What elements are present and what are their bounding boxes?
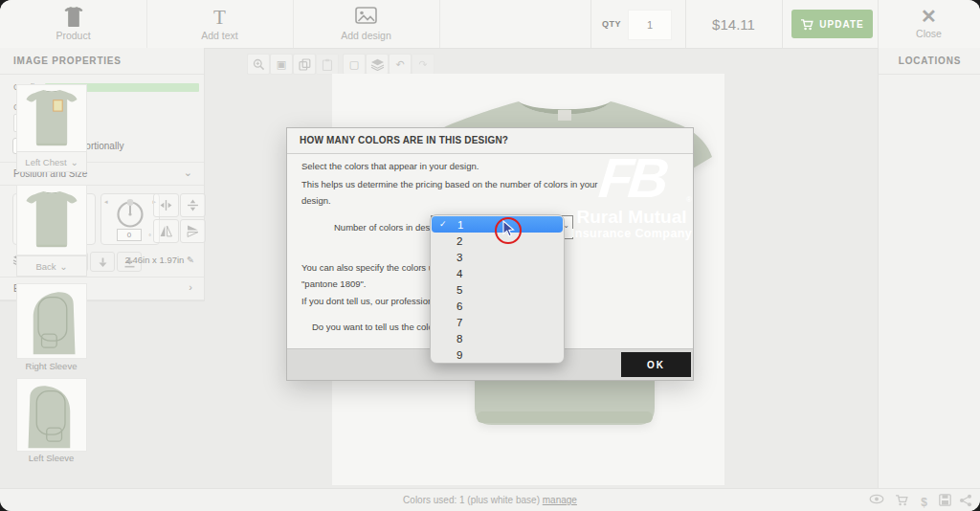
select-colors-label: Number of colors in design <box>334 220 442 236</box>
modal-paragraph-5: Do you want to tell us the colors <box>312 320 441 336</box>
option-label: 1 <box>457 219 463 231</box>
location-label: Left Chest <box>25 157 66 167</box>
qty-label: QTY <box>602 19 621 29</box>
center-horizontal-button[interactable] <box>153 193 179 217</box>
select-area-button[interactable]: ▢ <box>343 54 366 75</box>
option-label: 7 <box>457 317 462 328</box>
dropdown-option[interactable]: 2 <box>431 233 564 249</box>
top-toolbar: Product T Add text Add design QTY $14.11… <box>0 0 980 49</box>
undo-button[interactable]: ↶ <box>389 54 412 75</box>
option-label: 3 <box>457 252 462 263</box>
location-thumb-back[interactable] <box>16 185 87 256</box>
colors-used-status: Colors used: 1 (plus white base) manage <box>403 495 577 505</box>
price-value: $14.11 <box>685 0 782 48</box>
layers-tool-button[interactable] <box>366 54 389 75</box>
pricing-dollar-icon[interactable]: $ <box>921 496 927 509</box>
text-tool-icon: T <box>146 7 293 28</box>
tshirt-icon <box>0 7 146 28</box>
tab-add-text[interactable]: T Add text <box>146 0 294 48</box>
send-backward-button[interactable] <box>90 252 115 272</box>
location-select-back[interactable]: Back ⌄ <box>16 256 87 277</box>
cart-icon <box>800 18 813 31</box>
locations-panel: LOCATIONS <box>878 48 980 491</box>
paste-button[interactable] <box>316 54 339 75</box>
dropdown-option[interactable]: 6 <box>431 298 564 314</box>
tab-add-text-label: Add text <box>146 30 293 41</box>
dropdown-option[interactable]: 4 <box>431 265 564 281</box>
rotate-left-icon[interactable]: ◂ <box>104 198 108 206</box>
location-caption-right-sleeve: Right Sleeve <box>0 361 102 371</box>
flip-horizontal-button[interactable] <box>153 219 179 243</box>
dropdown-option[interactable]: 7 <box>431 314 564 330</box>
center-vertical-button[interactable] <box>180 193 206 217</box>
paragraph-3-line-2: "pantone 1809". <box>301 278 367 289</box>
location-select-left-chest[interactable]: Left Chest ⌄ <box>16 151 87 172</box>
image-icon <box>293 7 439 28</box>
dropdown-option[interactable]: 8 <box>431 330 564 346</box>
dimensions-value: 2.46in x 1.97in ✎ <box>125 255 194 265</box>
divider <box>590 0 591 48</box>
modal-paragraph-1: Select the colors that appear in your de… <box>301 159 479 175</box>
chevron-down-icon: ⌄ <box>60 261 68 272</box>
tab-product-label: Product <box>0 30 146 41</box>
frame-icon: ▣ <box>277 58 286 71</box>
background-tool-button[interactable]: ▣ <box>270 54 293 75</box>
option-label: 2 <box>457 235 462 247</box>
tab-product[interactable]: Product <box>0 0 147 48</box>
ok-button[interactable]: OK <box>621 352 691 377</box>
dropdown-option[interactable]: 3 <box>431 249 564 265</box>
update-button[interactable]: UPDATE <box>791 10 873 38</box>
colors-used-text: Colors used: 1 (plus white base) <box>403 495 540 505</box>
tab-add-design[interactable]: Add design <box>293 0 440 48</box>
dimensions-text: 2.46in x 1.97in <box>125 255 185 265</box>
flip-vertical-button[interactable] <box>180 219 206 243</box>
zoom-tool-button[interactable] <box>247 54 270 75</box>
option-label: 5 <box>457 284 462 296</box>
modal-paragraph-2: This helps us determine the pricing base… <box>301 177 617 209</box>
cart-icon[interactable] <box>895 494 908 506</box>
option-label: 9 <box>457 349 462 361</box>
save-icon[interactable] <box>939 494 951 506</box>
qty-input[interactable] <box>628 10 672 40</box>
check-icon: ✓ <box>439 219 447 229</box>
chevron-down-icon: ⌄ <box>184 163 192 183</box>
location-thumb-right-sleeve[interactable] <box>16 283 87 359</box>
option-label: 8 <box>457 333 462 344</box>
modal-title: HOW MANY COLORS ARE IN THIS DESIGN? <box>287 128 693 154</box>
redo-icon: ↷ <box>418 58 427 71</box>
update-button-label: UPDATE <box>819 19 863 30</box>
option-label: 6 <box>457 300 462 312</box>
location-caption-left-sleeve: Left Sleeve <box>0 453 102 463</box>
rotation-control[interactable]: ◂ ▸ ° <box>100 193 160 245</box>
manage-colors-link[interactable]: manage <box>543 495 577 505</box>
preview-eye-icon[interactable] <box>869 494 884 504</box>
design-studio-window: Product T Add text Add design QTY $14.11… <box>0 0 980 511</box>
duplicate-button[interactable] <box>293 54 316 75</box>
option-label: 4 <box>457 268 462 279</box>
chevron-right-icon: › <box>189 278 192 298</box>
dropdown-option-selected[interactable]: ✓ 1 <box>432 216 563 233</box>
undo-icon: ↶ <box>395 58 404 71</box>
modal-paragraph-4: If you dont tell us, our professional d <box>301 294 448 310</box>
rotation-input[interactable] <box>117 229 142 241</box>
colors-count-dropdown: ✓ 1 2 3 4 5 6 7 8 9 <box>430 214 565 364</box>
close-label: Close <box>878 28 980 39</box>
status-bar: Colors used: 1 (plus white base) manage … <box>0 488 980 511</box>
dropdown-option[interactable]: 9 <box>431 346 564 363</box>
close-button[interactable]: ✕ Close <box>878 0 980 48</box>
location-thumb-left-sleeve[interactable] <box>16 378 87 452</box>
close-icon: ✕ <box>878 5 980 28</box>
dropdown-option[interactable]: 5 <box>431 281 564 298</box>
panel-title: IMAGE PROPERTIES <box>0 48 204 75</box>
rotation-dial[interactable] <box>101 194 159 229</box>
degree-symbol: ° <box>148 233 151 240</box>
tab-add-design-label: Add design <box>293 30 439 41</box>
location-thumb-left-chest[interactable] <box>16 84 87 153</box>
location-label: Back <box>35 261 56 272</box>
divider <box>782 0 783 48</box>
chevron-down-icon: ⌄ <box>71 157 78 167</box>
rect-icon: ▢ <box>349 58 359 71</box>
share-icon[interactable] <box>959 494 972 507</box>
edit-icon[interactable]: ✎ <box>187 255 194 265</box>
redo-button[interactable]: ↷ <box>412 54 434 75</box>
